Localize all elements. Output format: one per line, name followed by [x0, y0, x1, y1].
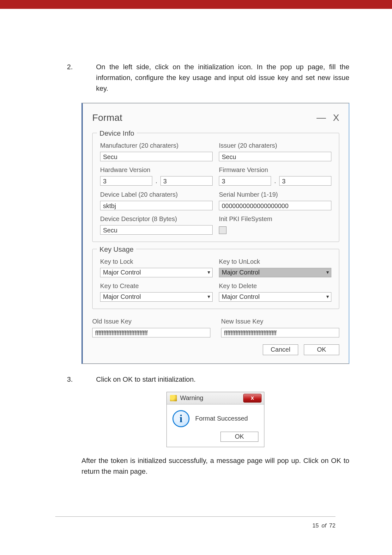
info-icon: i — [172, 410, 190, 427]
minimize-icon[interactable]: — — [317, 110, 326, 125]
key-delete-field: Key to Delete Major Control ▼ — [219, 281, 331, 302]
page-top-bar — [0, 0, 392, 9]
step-3-number: 3. — [81, 374, 96, 385]
fw-version-label: Firmware Version — [219, 165, 331, 175]
device-label-input[interactable]: sktbj — [100, 201, 213, 210]
warning-app-icon — [170, 395, 177, 401]
step-3-text: Click on OK to start initialization. — [96, 375, 196, 383]
device-label-label: Device Label (20 charaters) — [100, 190, 213, 200]
step-2-text: On the left side, click on the initializ… — [96, 63, 349, 92]
key-unlock-field: Key to UnLock Major Control ▼ — [219, 257, 331, 277]
issuer-input[interactable]: Secu — [219, 152, 331, 161]
key-unlock-label: Key to UnLock — [219, 257, 331, 267]
old-issue-key-field: Old Issue Key ffffffffffffffffffffffffff… — [92, 316, 210, 337]
manufacturer-input[interactable]: Secu — [100, 152, 213, 161]
device-info-group: Device Info Manufacturer (20 charaters) … — [92, 133, 339, 242]
after-paragraph: After the token is initialized successfu… — [81, 455, 349, 477]
device-descriptor-field: Device Descriptor (8 Bytes) Secu — [100, 214, 213, 235]
device-info-legend: Device Info — [97, 128, 137, 139]
warning-close-button[interactable]: x — [243, 394, 262, 403]
key-lock-value: Major Control — [103, 268, 141, 277]
old-issue-key-input[interactable]: ffffffffffffffffffffffffffffffff — [92, 328, 210, 337]
page-footer: 15 of 72 — [55, 516, 335, 529]
new-issue-key-input[interactable]: ffffffffffffffffffffffffffffffff — [221, 328, 339, 337]
serial-number-input[interactable]: 0000000000000000000 — [219, 201, 331, 210]
manufacturer-field: Manufacturer (20 charaters) Secu — [100, 141, 213, 161]
warning-body: i Format Successed — [167, 404, 264, 432]
key-lock-label: Key to Lock — [100, 257, 213, 267]
key-unlock-value: Major Control — [222, 268, 260, 277]
old-issue-key-label: Old Issue Key — [92, 318, 132, 325]
serial-number-field: Serial Number (1-19) 0000000000000000000 — [219, 190, 331, 210]
fw-version-field: Firmware Version 3 . 3 — [219, 165, 331, 186]
cancel-button[interactable]: Cancel — [263, 344, 298, 355]
issue-key-row: Old Issue Key ffffffffffffffffffffffffff… — [92, 316, 339, 337]
warning-ok-button[interactable]: OK — [220, 432, 258, 442]
key-lock-field: Key to Lock Major Control ▼ — [100, 257, 213, 277]
warning-dialog: Warning x i Format Successed OK — [166, 392, 264, 447]
page-content: 2.On the left side, click on the initial… — [81, 9, 349, 477]
close-icon[interactable]: X — [333, 110, 339, 125]
hw-major-input[interactable]: 3 — [100, 176, 152, 186]
warning-title: Warning — [180, 393, 243, 403]
hw-version-label: Hardware Version — [100, 165, 213, 175]
init-pki-checkbox[interactable] — [219, 226, 226, 234]
key-delete-label: Key to Delete — [219, 281, 331, 291]
device-descriptor-label: Device Descriptor (8 Bytes) — [100, 214, 213, 224]
format-dialog: Format — X Device Info Manufacturer (20 … — [81, 103, 349, 364]
ok-button[interactable]: OK — [304, 344, 339, 355]
key-unlock-select[interactable]: Major Control ▼ — [219, 268, 331, 277]
issuer-field: Issuer (20 charaters) Secu — [219, 141, 331, 161]
device-label-field: Device Label (20 charaters) sktbj — [100, 190, 213, 210]
chevron-down-icon: ▼ — [325, 293, 330, 300]
warning-titlebar: Warning x — [167, 392, 264, 404]
manufacturer-label: Manufacturer (20 charaters) — [100, 141, 213, 151]
fw-minor-input[interactable]: 3 — [279, 176, 331, 186]
key-create-field: Key to Create Major Control ▼ — [100, 281, 213, 302]
format-dialog-buttons: Cancel OK — [92, 344, 339, 355]
step-3: 3.Click on OK to start initialization. — [81, 374, 349, 385]
page-total: 72 — [329, 522, 335, 529]
chevron-down-icon: ▼ — [325, 269, 330, 276]
hw-version-field: Hardware Version 3 . 3 — [100, 165, 213, 186]
chevron-down-icon: ▼ — [207, 293, 211, 300]
key-create-select[interactable]: Major Control ▼ — [100, 292, 213, 302]
key-create-label: Key to Create — [100, 281, 213, 291]
page-number: 15 — [312, 522, 319, 529]
hw-minor-input[interactable]: 3 — [160, 176, 213, 186]
serial-number-label: Serial Number (1-19) — [219, 190, 331, 200]
step-2: 2.On the left side, click on the initial… — [81, 62, 349, 94]
key-usage-group: Key Usage Key to Lock Major Control ▼ Ke… — [92, 249, 339, 309]
new-issue-key-field: New Issue Key ffffffffffffffffffffffffff… — [221, 316, 339, 337]
format-dialog-titlebar: Format — X — [92, 110, 339, 125]
hw-version-dot: . — [155, 176, 157, 186]
key-create-value: Major Control — [103, 292, 141, 302]
device-descriptor-input[interactable]: Secu — [100, 225, 213, 235]
key-lock-select[interactable]: Major Control ▼ — [100, 268, 213, 277]
new-issue-key-label: New Issue Key — [221, 318, 263, 325]
warning-button-row: OK — [167, 432, 264, 447]
init-pki-field: Init PKI FileSystem — [219, 214, 331, 235]
page-of: of — [322, 522, 326, 529]
issuer-label: Issuer (20 charaters) — [219, 141, 331, 151]
key-usage-legend: Key Usage — [97, 244, 136, 255]
key-delete-value: Major Control — [222, 292, 260, 302]
warning-message: Format Successed — [195, 414, 248, 423]
init-pki-label: Init PKI FileSystem — [219, 214, 331, 224]
fw-major-input[interactable]: 3 — [219, 176, 271, 186]
key-delete-select[interactable]: Major Control ▼ — [219, 292, 331, 302]
step-2-number: 2. — [81, 62, 96, 72]
chevron-down-icon: ▼ — [207, 269, 211, 276]
format-dialog-title: Format — [92, 110, 310, 125]
fw-version-dot: . — [274, 176, 276, 186]
